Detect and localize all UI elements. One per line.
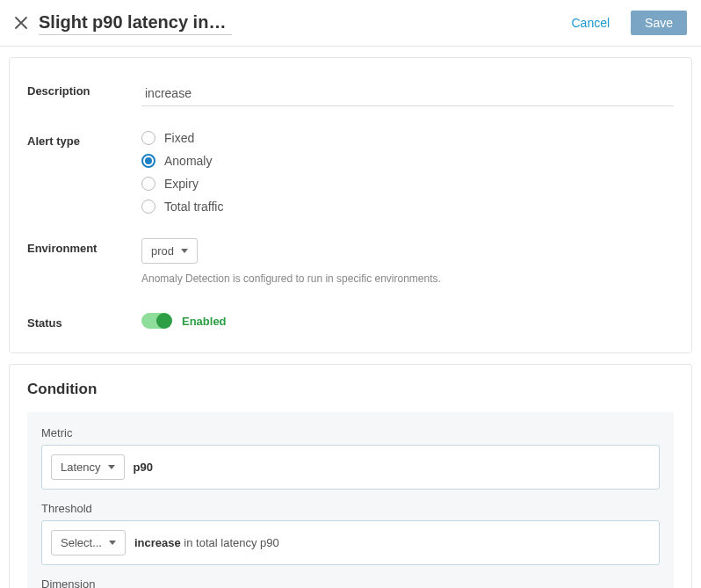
status-label: Status [27,313,141,330]
threshold-box: Select... increase in total latency p90 [41,520,660,565]
dimension-label: Dimension [41,577,660,588]
metric-dropdown[interactable]: Latency [51,454,125,480]
threshold-text: increase in total latency p90 [134,536,279,549]
title-input[interactable] [39,11,232,35]
radio-icon [141,131,155,145]
close-icon[interactable] [14,16,28,30]
status-text: Enabled [182,315,227,328]
metric-suffix: p90 [134,461,153,474]
status-toggle[interactable] [141,313,171,329]
header: Cancel Save [0,0,701,47]
radio-icon [141,200,155,214]
radio-label: Expiry [164,177,199,191]
dropdown-value: Select... [61,536,102,549]
metric-box: Latency p90 [41,445,660,490]
condition-title: Condition [10,381,691,412]
cancel-button[interactable]: Cancel [560,11,620,35]
alert-type-label: Alert type [27,131,141,148]
toggle-knob [156,313,172,329]
chevron-down-icon [109,541,116,545]
radio-label: Total traffic [164,200,223,214]
alert-type-anomaly[interactable]: Anomaly [141,154,674,168]
threshold-label: Threshold [41,502,660,515]
environment-label: Environment [27,238,141,255]
description-label: Description [27,81,141,98]
alert-type-fixed[interactable]: Fixed [141,131,674,145]
metric-label: Metric [41,426,660,439]
dropdown-value: Latency [61,461,101,474]
condition-panel: Condition Metric Latency p90 Threshold S… [9,364,692,588]
chevron-down-icon [181,249,188,253]
dropdown-value: prod [151,244,174,258]
description-input[interactable] [141,81,674,106]
radio-label: Fixed [164,131,194,145]
environment-dropdown[interactable]: prod [141,238,198,264]
threshold-dropdown[interactable]: Select... [51,530,126,555]
alert-type-group: Fixed Anomaly Expiry Total traffic [141,131,674,214]
radio-icon [141,154,155,168]
radio-icon [141,177,155,191]
alert-type-expiry[interactable]: Expiry [141,177,674,191]
settings-panel: Description Alert type Fixed Anomaly Exp… [9,57,692,353]
chevron-down-icon [108,465,115,469]
radio-label: Anomaly [164,154,212,168]
environment-hint: Anomaly Detection is configured to run i… [141,272,674,285]
save-button[interactable]: Save [631,11,687,35]
condition-body: Metric Latency p90 Threshold Select... i… [27,412,674,588]
alert-type-total-traffic[interactable]: Total traffic [141,200,674,214]
